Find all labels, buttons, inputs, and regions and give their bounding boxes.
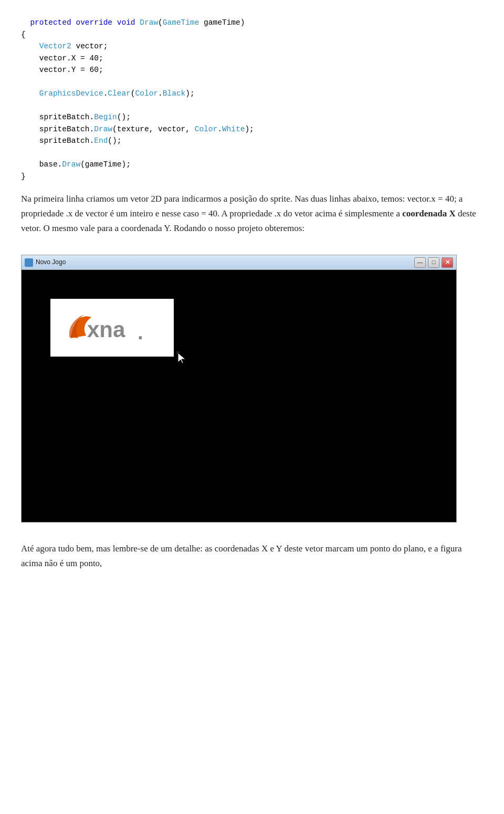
code-graphicsdevice: GraphicsDevice [39,89,103,98]
window-titlebar: Novo Jogo — □ ✕ [22,255,456,270]
prose-para-2: Até agora tudo bem, mas lembre-se de um … [21,541,483,571]
window-title-area: Novo Jogo [25,257,66,267]
code-fn-draw2: Draw [94,125,112,133]
prose-section-2: Até agora tudo bem, mas lembre-se de um … [21,541,483,571]
window-content: xna . [22,270,456,522]
code-type-gametime: GameTime [163,18,200,27]
game-window: Novo Jogo — □ ✕ xna . [21,255,457,523]
code-val-black: Black [163,89,186,98]
window-title-text: Novo Jogo [36,257,66,267]
xna-logo: xna . [50,299,174,357]
code-val-white: White [222,125,245,133]
code-fn-draw: Draw [140,18,158,27]
svg-text:xna: xna [87,317,125,342]
code-keyword-protected: protected [30,18,71,27]
prose-para-1: Na primeira linha criamos um vetor 2D pa… [21,192,483,236]
code-fn-draw3: Draw [62,160,80,169]
svg-marker-2 [178,353,185,363]
code-type-vector2: Vector2 [39,42,71,50]
code-type-color1: Color [135,89,159,98]
code-type-color2: Color [195,125,218,133]
window-controls[interactable]: — □ ✕ [414,257,453,268]
code-block: protected override void Draw(GameTime ga… [21,5,483,182]
xna-logo-container: xna . [50,299,174,357]
window-app-icon [25,258,33,267]
code-fn-end: End [94,137,108,145]
maximize-button[interactable]: □ [428,257,439,268]
prose-section-1: Na primeira linha criamos um vetor 2D pa… [21,192,483,236]
bold-coordx: coordenada X [402,208,456,218]
mouse-cursor [176,351,180,354]
close-button[interactable]: ✕ [442,257,453,268]
code-fn-clear: Clear [108,89,131,98]
minimize-button[interactable]: — [414,257,426,268]
code-keyword-override: override [76,18,112,27]
svg-text:.: . [138,321,143,343]
code-keyword-void: void [117,18,135,27]
code-fn-begin: Begin [94,113,117,121]
